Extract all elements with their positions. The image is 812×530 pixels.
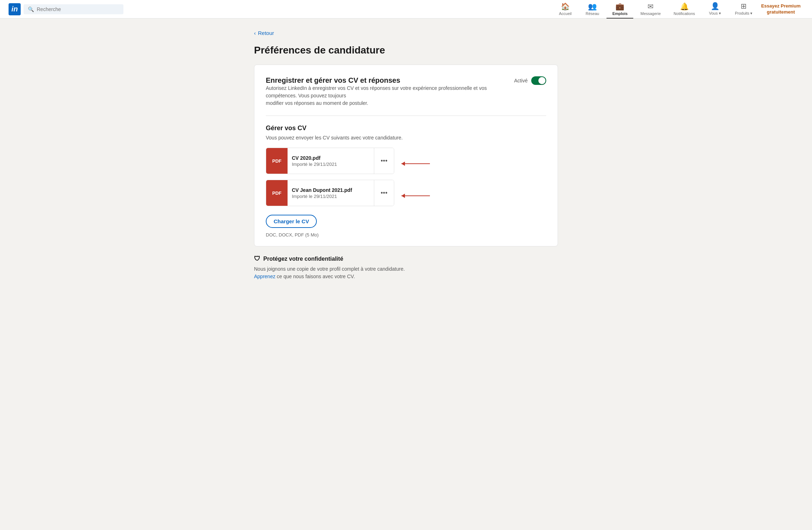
cv-item-1-menu[interactable]: ••• bbox=[374, 148, 394, 174]
cv-item-1-date: Importé le 29/11/2021 bbox=[292, 162, 370, 167]
search-input[interactable] bbox=[37, 6, 119, 12]
privacy-desc: Nous joignons une copie de votre profil … bbox=[254, 265, 558, 280]
cv-row-2: PDF CV Jean Dupont 2021.pdf Importé le 2… bbox=[266, 180, 546, 212]
preferences-card: Enregistrer et gérer vos CV et réponses … bbox=[254, 65, 558, 246]
grid-icon: ⊞ bbox=[741, 2, 747, 10]
cv-item-2-menu[interactable]: ••• bbox=[374, 180, 394, 206]
nav-label-produits: Produits ▾ bbox=[735, 11, 752, 16]
nav-label-vous: Vous ▾ bbox=[709, 11, 721, 16]
privacy-link[interactable]: Apprenez bbox=[254, 274, 275, 279]
linkedin-logo[interactable]: in bbox=[9, 3, 21, 15]
navbar: in 🔍 🏠 Accueil 👥 Réseau 💼 Emplois ✉ Mess… bbox=[0, 0, 812, 19]
cv-item-2-date: Importé le 29/11/2021 bbox=[292, 194, 370, 199]
upload-cv-button[interactable]: Charger le CV bbox=[266, 215, 317, 228]
privacy-title: 🛡 Protégez votre confidentialité bbox=[254, 255, 558, 263]
toggle-group: Activé bbox=[514, 76, 546, 85]
cv-item-1-info: CV 2020.pdf Importé le 29/11/2021 bbox=[288, 152, 374, 170]
messaging-icon: ✉ bbox=[648, 2, 654, 11]
arrow-annotation-2 bbox=[401, 195, 430, 196]
cv-row-1: PDF CV 2020.pdf Importé le 29/11/2021 ••… bbox=[266, 148, 546, 180]
pdf-badge-2: PDF bbox=[266, 180, 288, 206]
privacy-desc-text: Nous joignons une copie de votre profil … bbox=[254, 266, 405, 272]
cv-section-title: Gérer vos CV bbox=[266, 124, 546, 132]
arrow-line-2 bbox=[401, 195, 430, 196]
user-icon: 👤 bbox=[711, 2, 720, 10]
cv-section-desc: Vous pouvez envoyer les CV suivants avec… bbox=[266, 135, 546, 141]
navbar-left: in 🔍 bbox=[9, 3, 552, 15]
notifications-icon: 🔔 bbox=[680, 2, 689, 11]
pdf-badge-1: PDF bbox=[266, 148, 288, 174]
cv-item-1-name: CV 2020.pdf bbox=[292, 155, 370, 161]
nav-item-emplois[interactable]: 💼 Emplois bbox=[607, 0, 633, 19]
nav-label-reseau: Réseau bbox=[585, 11, 599, 16]
nav-item-reseau[interactable]: 👥 Réseau bbox=[579, 0, 605, 19]
page-title: Préférences de candidature bbox=[254, 45, 558, 56]
nav-item-produits[interactable]: ⊞ Produits ▾ bbox=[729, 0, 758, 19]
upload-section: Charger le CV DOC, DOCX, PDF (5 Mo) bbox=[266, 215, 546, 238]
nav-item-vous[interactable]: 👤 Vous ▾ bbox=[702, 0, 728, 19]
nav-item-accueil[interactable]: 🏠 Accueil bbox=[552, 0, 578, 19]
save-responses-toggle[interactable] bbox=[531, 76, 546, 85]
nav-label-emplois: Emplois bbox=[612, 11, 628, 16]
jobs-icon: 💼 bbox=[615, 2, 624, 11]
home-icon: 🏠 bbox=[561, 2, 570, 11]
search-icon: 🔍 bbox=[28, 6, 34, 12]
file-types-label: DOC, DOCX, PDF (5 Mo) bbox=[266, 232, 546, 238]
nav-item-notifications[interactable]: 🔔 Notifications bbox=[668, 0, 701, 19]
nav-label-notifications: Notifications bbox=[674, 11, 695, 16]
cv-item-2-name: CV Jean Dupont 2021.pdf bbox=[292, 187, 370, 193]
cv-item-2: PDF CV Jean Dupont 2021.pdf Importé le 2… bbox=[266, 180, 394, 206]
chevron-left-icon: ‹ bbox=[254, 30, 256, 36]
back-label: Retour bbox=[258, 30, 274, 36]
section-divider bbox=[266, 116, 546, 116]
shield-icon: 🛡 bbox=[254, 255, 260, 263]
privacy-section: 🛡 Protégez votre confidentialité Nous jo… bbox=[254, 255, 558, 280]
cv-item-2-info: CV Jean Dupont 2021.pdf Importé le 29/11… bbox=[288, 184, 374, 203]
section1-header: Enregistrer et gérer vos CV et réponses … bbox=[266, 76, 546, 107]
nav-label-accueil: Accueil bbox=[559, 11, 572, 16]
premium-button[interactable]: Essayez Premiumgratuitement bbox=[758, 2, 803, 17]
privacy-title-text: Protégez votre confidentialité bbox=[263, 256, 343, 262]
toggle-label: Activé bbox=[514, 78, 528, 83]
navbar-center: 🏠 Accueil 👥 Réseau 💼 Emplois ✉ Messageri… bbox=[552, 0, 758, 19]
section1-text: Enregistrer et gérer vos CV et réponses … bbox=[266, 76, 514, 107]
nav-item-messagerie[interactable]: ✉ Messagerie bbox=[635, 0, 666, 19]
search-bar[interactable]: 🔍 bbox=[24, 4, 123, 14]
back-link[interactable]: ‹ Retour bbox=[254, 30, 558, 36]
arrow-annotation-1 bbox=[401, 163, 430, 164]
section1-desc: Autorisez LinkedIn à enregistrer vos CV … bbox=[266, 85, 514, 107]
main-content: ‹ Retour Préférences de candidature Enre… bbox=[245, 19, 567, 292]
section1-title: Enregistrer et gérer vos CV et réponses bbox=[266, 76, 514, 85]
arrow-line-1 bbox=[401, 163, 430, 164]
cv-item-1: PDF CV 2020.pdf Importé le 29/11/2021 ••… bbox=[266, 148, 394, 174]
nav-label-messagerie: Messagerie bbox=[640, 11, 661, 16]
privacy-desc-suffix: ce que nous faisons avec votre CV. bbox=[275, 274, 355, 279]
navbar-right: Essayez Premiumgratuitement bbox=[758, 2, 803, 17]
network-icon: 👥 bbox=[588, 2, 597, 11]
section2: Gérer vos CV Vous pouvez envoyer les CV … bbox=[266, 124, 546, 238]
